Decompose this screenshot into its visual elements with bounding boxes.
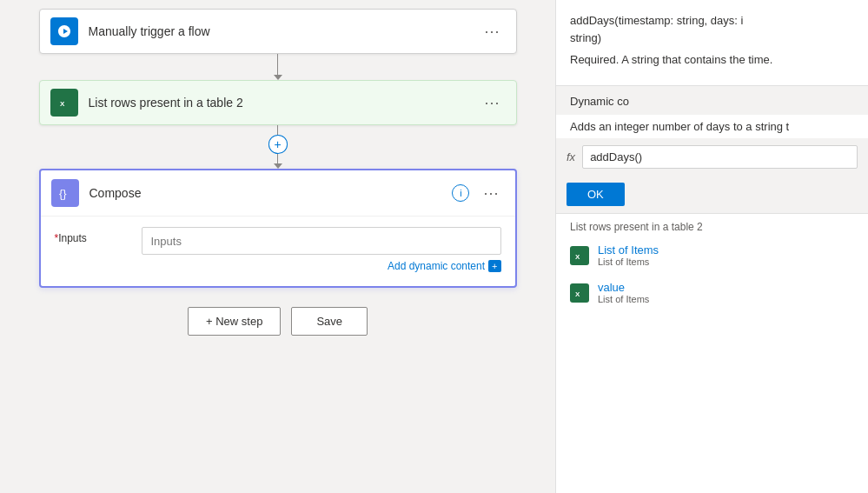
formula-line1: addDays(timestamp: string, days: i: [570, 14, 743, 27]
ok-button[interactable]: OK: [567, 183, 625, 206]
right-panel: addDays(timestamp: string, days: i strin…: [555, 0, 868, 493]
plus-arrow-bottom: [274, 163, 282, 169]
list-item-name-1: value: [598, 281, 649, 294]
compose-title: Compose: [89, 186, 453, 200]
compose-info-button[interactable]: i: [452, 184, 469, 202]
plus-line-top: [277, 125, 278, 135]
svg-text:X: X: [575, 253, 580, 261]
expr-row: fx: [556, 138, 868, 176]
panel-top-section: addDays(timestamp: string, days: i strin…: [556, 0, 868, 85]
svg-text:X: X: [575, 290, 580, 298]
list-item-row-0[interactable]: X List of Items List of Items: [556, 237, 868, 274]
formula-text: addDays(timestamp: string, days: i strin…: [570, 12, 854, 46]
list-item-texts-1: value List of Items: [598, 281, 649, 304]
list-item-icon-0: X: [570, 246, 589, 265]
bottom-buttons: + New step Save: [188, 307, 368, 336]
plus-connector: +: [268, 125, 288, 169]
trigger-menu[interactable]: ···: [479, 19, 505, 44]
list-item-name-0: List of Items: [598, 243, 659, 256]
add-dynamic-content-link[interactable]: Add dynamic content +: [142, 260, 501, 272]
dynamic-plus-badge: +: [488, 260, 500, 272]
excel-step-menu[interactable]: ···: [479, 90, 505, 116]
formula-line2: string): [570, 31, 601, 44]
compose-menu[interactable]: ···: [478, 181, 504, 206]
inputs-field-wrap: Add dynamic content +: [142, 227, 501, 272]
inputs-label-text: Inputs: [58, 232, 87, 244]
plus-button[interactable]: +: [268, 135, 288, 153]
trigger-title: Manually trigger a flow: [89, 24, 480, 38]
expr-input[interactable]: [582, 145, 858, 169]
list-item-sub-0: List of Items: [598, 256, 659, 267]
svg-text:X: X: [60, 100, 65, 108]
add-dynamic-content-label: Add dynamic content: [388, 260, 485, 272]
excel-step-card: X List rows present in a table 2 ···: [39, 80, 517, 125]
inputs-label: *Inputs: [55, 227, 142, 244]
list-item-texts-0: List of Items List of Items: [598, 243, 659, 267]
fx-label: fx: [567, 150, 575, 163]
list-item-icon-1: X: [570, 283, 589, 303]
connector-line-1: [277, 54, 278, 75]
excel-step-icon: X: [50, 89, 78, 117]
dynamic-content-header-text: Dynamic co: [570, 95, 629, 108]
main-canvas: Manually trigger a flow ··· X List rows …: [0, 0, 555, 493]
list-item-sub-1: List of Items: [598, 294, 649, 304]
ok-btn-row: OK: [556, 176, 868, 213]
adds-desc: Adds an integer number of days to a stri…: [556, 115, 868, 138]
compose-body: *Inputs Add dynamic content +: [41, 217, 515, 286]
svg-text:{}: {}: [59, 187, 67, 200]
compose-card: {} Compose i ··· *Inputs Add dynamic con…: [39, 169, 517, 288]
trigger-card: Manually trigger a flow ···: [39, 9, 517, 54]
save-button[interactable]: Save: [291, 307, 368, 336]
panel-section-title: List rows present in a table 2: [556, 214, 868, 237]
compose-header: {} Compose i ···: [41, 170, 515, 217]
inputs-field[interactable]: [142, 227, 501, 255]
trigger-icon: [50, 17, 78, 45]
list-item-row-1[interactable]: X value List of Items: [556, 274, 868, 311]
dynamic-content-header: Dynamic co: [556, 86, 868, 115]
compose-icon: {}: [51, 179, 79, 207]
required-desc: Required. A string that contains the tim…: [570, 53, 854, 66]
plus-line-bottom: [277, 154, 278, 163]
excel-step-title: List rows present in a table 2: [89, 96, 480, 110]
inputs-row: *Inputs Add dynamic content +: [55, 227, 501, 272]
flow-container: Manually trigger a flow ··· X List rows …: [35, 9, 521, 336]
connector-1: [274, 54, 282, 80]
new-step-button[interactable]: + New step: [188, 307, 281, 336]
